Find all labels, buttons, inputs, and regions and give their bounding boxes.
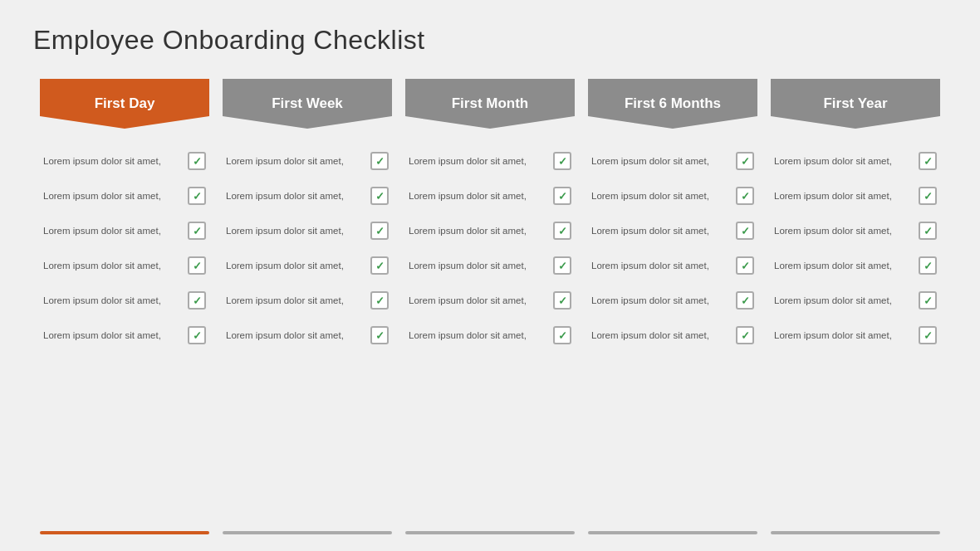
column-first-day: First DayLorem ipsum dolor sit amet,✓Lor… xyxy=(33,79,216,534)
check-box[interactable]: ✓ xyxy=(370,291,389,310)
check-box[interactable]: ✓ xyxy=(919,222,937,240)
check-box[interactable]: ✓ xyxy=(736,256,754,275)
check-box[interactable]: ✓ xyxy=(188,152,206,170)
check-mark-icon: ✓ xyxy=(924,226,933,236)
list-item: Lorem ipsum dolor sit amet,✓ xyxy=(405,144,575,178)
item-text: Lorem ipsum dolor sit amet, xyxy=(226,259,364,272)
item-text: Lorem ipsum dolor sit amet, xyxy=(226,329,364,342)
list-item: Lorem ipsum dolor sit amet,✓ xyxy=(588,318,757,353)
check-mark-icon: ✓ xyxy=(741,295,750,306)
check-mark-icon: ✓ xyxy=(193,261,202,271)
item-text: Lorem ipsum dolor sit amet, xyxy=(43,224,181,237)
check-mark-icon: ✓ xyxy=(375,226,385,236)
check-box[interactable]: ✓ xyxy=(553,222,571,240)
list-item: Lorem ipsum dolor sit amet,✓ xyxy=(40,248,209,283)
item-text: Lorem ipsum dolor sit amet, xyxy=(43,154,181,168)
check-box[interactable]: ✓ xyxy=(188,291,206,310)
item-text: Lorem ipsum dolor sit amet, xyxy=(226,189,364,202)
check-box[interactable]: ✓ xyxy=(553,187,571,205)
check-mark-icon: ✓ xyxy=(558,156,567,167)
check-box[interactable]: ✓ xyxy=(188,187,206,205)
list-item: Lorem ipsum dolor sit amet,✓ xyxy=(223,248,392,283)
check-box[interactable]: ✓ xyxy=(553,152,571,170)
check-box[interactable]: ✓ xyxy=(736,187,754,205)
list-item: Lorem ipsum dolor sit amet,✓ xyxy=(771,283,940,318)
list-item: Lorem ipsum dolor sit amet,✓ xyxy=(405,248,575,283)
check-box[interactable]: ✓ xyxy=(553,256,571,275)
item-text: Lorem ipsum dolor sit amet, xyxy=(774,294,912,307)
item-text: Lorem ipsum dolor sit amet, xyxy=(409,259,546,272)
check-box[interactable]: ✓ xyxy=(188,256,206,275)
list-item: Lorem ipsum dolor sit amet,✓ xyxy=(771,178,940,213)
check-mark-icon: ✓ xyxy=(741,156,750,167)
column-bottom-line-first-6-months xyxy=(588,531,757,534)
check-mark-icon: ✓ xyxy=(558,226,567,236)
check-box[interactable]: ✓ xyxy=(370,187,389,205)
list-item: Lorem ipsum dolor sit amet,✓ xyxy=(405,283,575,318)
check-box[interactable]: ✓ xyxy=(736,222,754,240)
item-text: Lorem ipsum dolor sit amet, xyxy=(409,294,546,307)
check-box[interactable]: ✓ xyxy=(736,152,754,170)
list-item: Lorem ipsum dolor sit amet,✓ xyxy=(40,213,209,248)
column-header-first-week: First Week xyxy=(223,79,392,129)
item-text: Lorem ipsum dolor sit amet, xyxy=(409,189,546,202)
check-mark-icon: ✓ xyxy=(558,191,567,202)
check-box[interactable]: ✓ xyxy=(370,222,389,240)
item-text: Lorem ipsum dolor sit amet, xyxy=(591,224,729,237)
list-item: Lorem ipsum dolor sit amet,✓ xyxy=(40,283,209,318)
list-item: Lorem ipsum dolor sit amet,✓ xyxy=(588,248,757,283)
check-box[interactable]: ✓ xyxy=(188,222,206,240)
check-box[interactable]: ✓ xyxy=(553,326,571,344)
item-text: Lorem ipsum dolor sit amet, xyxy=(409,329,546,342)
item-text: Lorem ipsum dolor sit amet, xyxy=(43,189,181,202)
check-mark-icon: ✓ xyxy=(924,191,933,202)
check-mark-icon: ✓ xyxy=(924,295,933,306)
list-item: Lorem ipsum dolor sit amet,✓ xyxy=(771,213,940,248)
check-box[interactable]: ✓ xyxy=(919,326,937,344)
column-items-first-day: Lorem ipsum dolor sit amet,✓Lorem ipsum … xyxy=(40,144,209,524)
check-box[interactable]: ✓ xyxy=(188,326,206,344)
check-box[interactable]: ✓ xyxy=(919,187,937,205)
item-text: Lorem ipsum dolor sit amet, xyxy=(43,294,181,307)
check-mark-icon: ✓ xyxy=(193,156,202,167)
check-box[interactable]: ✓ xyxy=(370,152,389,170)
list-item: Lorem ipsum dolor sit amet,✓ xyxy=(405,318,575,353)
check-box[interactable]: ✓ xyxy=(919,291,937,310)
check-mark-icon: ✓ xyxy=(375,295,385,306)
check-box[interactable]: ✓ xyxy=(919,152,937,170)
check-mark-icon: ✓ xyxy=(375,156,385,167)
list-item: Lorem ipsum dolor sit amet,✓ xyxy=(771,318,940,353)
check-box[interactable]: ✓ xyxy=(370,326,389,344)
column-header-first-day: First Day xyxy=(40,79,209,129)
item-text: Lorem ipsum dolor sit amet, xyxy=(226,294,364,307)
check-box[interactable]: ✓ xyxy=(553,291,571,310)
check-box[interactable]: ✓ xyxy=(736,326,754,344)
column-bottom-line-first-year xyxy=(771,531,940,534)
list-item: Lorem ipsum dolor sit amet,✓ xyxy=(588,213,757,248)
page-title: Employee Onboarding Checklist xyxy=(33,25,947,56)
list-item: Lorem ipsum dolor sit amet,✓ xyxy=(588,144,757,178)
item-text: Lorem ipsum dolor sit amet, xyxy=(774,259,912,272)
item-text: Lorem ipsum dolor sit amet, xyxy=(43,329,181,342)
item-text: Lorem ipsum dolor sit amet, xyxy=(226,154,364,168)
column-first-6-months: First 6 MonthsLorem ipsum dolor sit amet… xyxy=(581,79,764,534)
item-text: Lorem ipsum dolor sit amet, xyxy=(774,329,912,342)
check-mark-icon: ✓ xyxy=(741,261,750,271)
check-box[interactable]: ✓ xyxy=(919,256,937,275)
check-mark-icon: ✓ xyxy=(924,156,933,167)
column-first-week: First WeekLorem ipsum dolor sit amet,✓Lo… xyxy=(216,79,399,534)
check-mark-icon: ✓ xyxy=(924,330,933,341)
item-text: Lorem ipsum dolor sit amet, xyxy=(591,294,729,307)
item-text: Lorem ipsum dolor sit amet, xyxy=(409,224,546,237)
column-header-first-year: First Year xyxy=(771,79,940,129)
list-item: Lorem ipsum dolor sit amet,✓ xyxy=(771,248,940,283)
check-box[interactable]: ✓ xyxy=(736,291,754,310)
check-box[interactable]: ✓ xyxy=(370,256,389,275)
column-items-first-week: Lorem ipsum dolor sit amet,✓Lorem ipsum … xyxy=(223,144,392,524)
list-item: Lorem ipsum dolor sit amet,✓ xyxy=(40,144,209,178)
column-first-month: First MonthLorem ipsum dolor sit amet,✓L… xyxy=(399,79,581,534)
check-mark-icon: ✓ xyxy=(193,226,202,236)
check-mark-icon: ✓ xyxy=(741,330,750,341)
list-item: Lorem ipsum dolor sit amet,✓ xyxy=(588,283,757,318)
check-mark-icon: ✓ xyxy=(375,191,385,202)
